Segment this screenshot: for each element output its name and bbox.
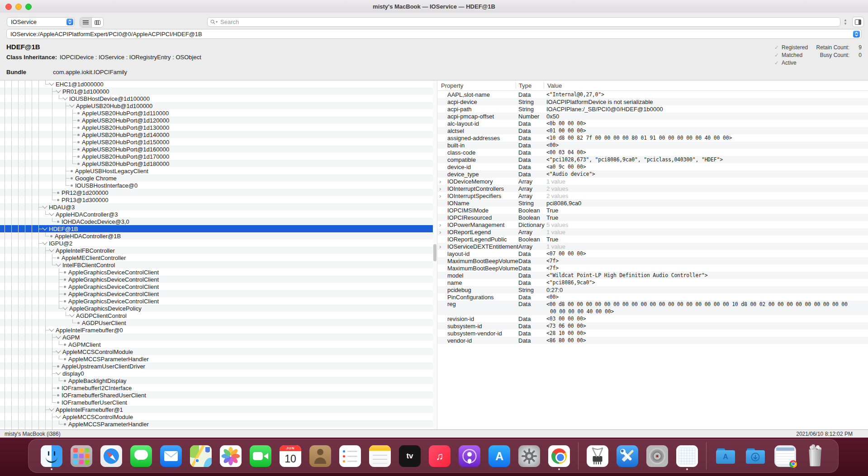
- disclosure-triangle-icon[interactable]: [56, 261, 61, 266]
- tree-row[interactable]: IOHDACodecDevice@3,0: [0, 218, 433, 225]
- tree-row[interactable]: AppleMCCSControlModule: [0, 348, 433, 355]
- disclosure-triangle-icon[interactable]: [49, 247, 54, 252]
- tree-row[interactable]: IOFramebufferSharedUserClient: [0, 391, 433, 399]
- calendar-icon[interactable]: JUN10: [280, 445, 301, 467]
- tree-row[interactable]: AppleGraphicsDevicePolicy: [0, 305, 433, 312]
- tree-row[interactable]: AppleGraphicsDeviceControlClient: [0, 269, 433, 276]
- table-row[interactable]: IOPCIResourcedBooleanTrue: [437, 214, 868, 221]
- dock-item-finder[interactable]: [41, 445, 62, 467]
- table-row[interactable]: compatibleData<"pci1028,673", "pci8086,9…: [437, 156, 868, 163]
- disclosure-triangle-icon[interactable]: [49, 406, 54, 411]
- disclosure-triangle-icon[interactable]: [42, 225, 47, 230]
- dock-item-safari[interactable]: [100, 445, 122, 467]
- table-row[interactable]: device-idData<a0 9c 00 00>: [437, 163, 868, 170]
- table-row[interactable]: ›IODeviceMemoryArray1 value: [437, 178, 868, 185]
- inspector-toggle-button[interactable]: [852, 17, 864, 27]
- tree-row[interactable]: AppleUSB20HubPort@1d160000: [0, 146, 433, 153]
- disclosure-triangle-icon[interactable]: [49, 326, 54, 331]
- maps-icon[interactable]: [190, 445, 212, 467]
- contacts-icon[interactable]: [309, 445, 331, 467]
- row-disclosure-icon[interactable]: ›: [437, 243, 447, 250]
- disclosure-triangle-icon[interactable]: [42, 240, 47, 245]
- mail-icon[interactable]: [160, 445, 182, 467]
- path-field[interactable]: IOService:/AppleACPIPlatformExpert/PCI0@…: [6, 29, 862, 39]
- dock-item-downloads-folder[interactable]: [745, 445, 766, 467]
- tree-row[interactable]: AppleUSB20HubPort@1d180000: [0, 160, 433, 167]
- reminders-icon[interactable]: [339, 445, 361, 467]
- disclosure-triangle-icon[interactable]: [69, 312, 74, 317]
- tree-row[interactable]: AGPMClient: [0, 341, 433, 348]
- dock-item-chrome[interactable]: [548, 445, 570, 467]
- table-row[interactable]: alc-layout-idData<0b 00 00 00>: [437, 120, 868, 127]
- table-row[interactable]: ›IOInterruptControllersArray2 values: [437, 185, 868, 192]
- finder-icon[interactable]: [41, 445, 62, 467]
- dock-item-contacts[interactable]: [309, 445, 331, 467]
- search-field[interactable]: ▾: [207, 17, 840, 27]
- dock-item-messages[interactable]: [130, 445, 152, 467]
- table-row[interactable]: pcidebugString0:27:0: [437, 286, 868, 293]
- grid-app-icon[interactable]: [676, 445, 698, 467]
- disclosure-triangle-icon[interactable]: [49, 80, 54, 85]
- table-row[interactable]: device_typeData<"Audio device">: [437, 170, 868, 178]
- table-row[interactable]: nameData<"pci8086,9ca0">: [437, 279, 868, 286]
- notes-icon[interactable]: [369, 445, 391, 467]
- tree-row[interactable]: AppleMEClientController: [0, 254, 433, 261]
- apple-tv-icon[interactable]: tv: [399, 445, 421, 467]
- tree-row[interactable]: AppleIntelFramebuffer@0: [0, 326, 433, 334]
- title-bar[interactable]: misty's MacBook — IOService — HDEF@1B: [0, 0, 868, 13]
- disc-utility-icon[interactable]: [646, 445, 668, 467]
- search-input[interactable]: [219, 18, 840, 26]
- table-row[interactable]: IOPCIMSIModeBooleanTrue: [437, 207, 868, 214]
- row-disclosure-icon[interactable]: ›: [437, 193, 447, 199]
- column-header-property[interactable]: Property: [437, 82, 516, 89]
- tree-row[interactable]: AppleHDAController@3: [0, 211, 433, 218]
- tree-row[interactable]: AppleUpstreamUserClientDriver: [0, 363, 433, 370]
- tree-row[interactable]: AppleHDAController@1B: [0, 232, 433, 240]
- dock-item-apple-tv[interactable]: tv: [399, 445, 421, 467]
- tree-row[interactable]: IOUSBHostDevice@1d100000: [0, 95, 433, 102]
- dock-item-ioregistry-explorer[interactable]: [587, 445, 608, 467]
- tree-row[interactable]: AppleUSB20Hub@1d100000: [0, 102, 433, 109]
- disclosure-triangle-icon[interactable]: [56, 370, 61, 375]
- table-row[interactable]: class-codeData<00 03 04 00>: [437, 149, 868, 156]
- developer-tools-icon[interactable]: [617, 445, 638, 467]
- tree-row[interactable]: IOFramebufferUserClient: [0, 399, 433, 406]
- disclosure-triangle-icon[interactable]: [56, 88, 61, 93]
- tree-row[interactable]: AppleGraphicsDeviceControlClient: [0, 297, 433, 305]
- disclosure-triangle-icon[interactable]: [56, 348, 61, 353]
- tree-row[interactable]: HDEF@1B: [0, 225, 433, 232]
- table-row[interactable]: AAPL,slot-nameData<"Internal@0,27,0">: [437, 91, 868, 98]
- disclosure-triangle-icon[interactable]: [62, 95, 67, 100]
- tree-row[interactable]: display0: [0, 370, 433, 377]
- chrome-icon[interactable]: [548, 445, 570, 467]
- tree-row[interactable]: PR12@1d200000: [0, 189, 433, 196]
- disclosure-triangle-icon[interactable]: [62, 305, 67, 310]
- table-row[interactable]: subsystem-vendor-idData<28 10 00 00>: [437, 330, 868, 337]
- tree-row[interactable]: AppleUSB20HubPort@1d140000: [0, 131, 433, 138]
- tree-row[interactable]: AGPM: [0, 334, 433, 341]
- disclosure-triangle-icon[interactable]: [49, 211, 54, 216]
- table-row[interactable]: acpi-pmcap-offsetNumber0x50: [437, 113, 868, 120]
- dock-item-launchpad[interactable]: [71, 445, 92, 467]
- path-popup-icon[interactable]: [853, 31, 860, 38]
- tree-row[interactable]: AppleBacklightDisplay: [0, 377, 433, 384]
- table-row[interactable]: regData<00 d8 00 00 00 00 00 00 00 00 00…: [437, 301, 868, 315]
- dock-item-mail[interactable]: [160, 445, 182, 467]
- tree-row[interactable]: PR01@1d100000: [0, 88, 433, 95]
- tree-row[interactable]: AppleGraphicsDeviceControlClient: [0, 290, 433, 297]
- table-row[interactable]: ›IOPowerManagementDictionary5 values: [437, 221, 868, 228]
- applications-folder-icon[interactable]: A: [715, 445, 736, 467]
- tree-row[interactable]: IOUSBHostInterface@0: [0, 182, 433, 189]
- facetime-icon[interactable]: [250, 445, 271, 467]
- disclosure-triangle-icon[interactable]: [56, 413, 61, 418]
- tree-row[interactable]: IntelFBClientControl: [0, 261, 433, 269]
- dock-item-app-store[interactable]: A: [489, 445, 510, 467]
- table-row[interactable]: built-inData<00>: [437, 141, 868, 149]
- table-row[interactable]: PinConfigurationsData<00>: [437, 293, 868, 301]
- checkmark-icon[interactable]: ✓: [774, 60, 779, 66]
- tree-row[interactable]: AppleUSB20HubPort@1d170000: [0, 153, 433, 160]
- table-row[interactable]: ›IOReportLegendArray1 value: [437, 228, 868, 236]
- tree-row[interactable]: AppleUSB20HubPort@1d130000: [0, 124, 433, 131]
- column-header-type[interactable]: Type: [516, 82, 544, 89]
- table-row[interactable]: modelData<"Wildcat Point-LP High Definit…: [437, 272, 868, 279]
